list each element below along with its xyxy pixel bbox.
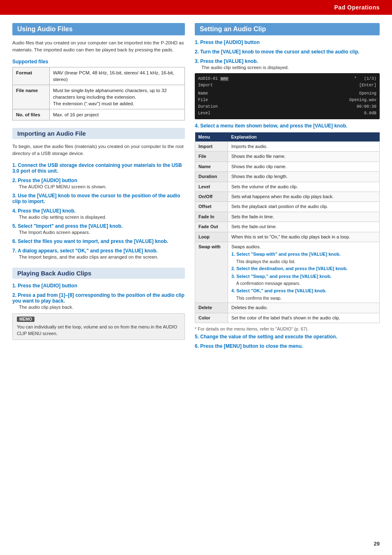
menu-row-import: Import Imports the audio. [195,142,380,152]
import-step-6: 6. Select the files you want to import, … [12,238,185,244]
setting-step-6-text: Press the [MENU] button to close the men… [200,343,303,349]
setting-audio-clip-section: Setting an Audio Clip 1. Press the [AUDI… [195,23,380,349]
menu-item-duration: Duration [195,172,228,182]
menu-row-level: Level Sets the volume of the audio clip. [195,182,380,192]
import-step-5-num: 5. [12,223,18,229]
importing-audio-file-section: Importing an Audio File To begin, save t… [12,128,185,259]
swap-step-4-sub: This confirms the swap. [236,295,376,301]
filename-value: Must be single-byte alphanumeric charact… [50,85,185,109]
import-step-5-sub: The Import Audio screen appears. [19,230,185,235]
menu-row-file: File Shows the audio file name. [195,152,380,162]
menu-item-level: Level [195,182,228,192]
playback-step-1: 1. Press the [AUDIO] button [12,283,185,289]
setting-step-6-num: 6. [195,343,200,349]
menu-explanation-name: Shows the audio clip name. [228,162,380,171]
setting-step-4-num: 4. [195,123,200,129]
memo-box: MEMO You can individually set the loop, … [12,313,185,340]
menu-item-delete: Delete [195,303,228,313]
import-step-2-text: Press the [AUDIO] button [18,178,77,183]
menu-item-offset: Offset [195,202,228,212]
import-step-4: 4. Press the [VALUE] knob. The audio cli… [12,208,185,220]
setting-step-3-num: 3. [195,58,200,64]
menu-explanation-import: Imports the audio. [228,142,380,152]
screen-import: Import [198,82,213,89]
import-step-7-num: 7. [12,248,18,254]
screen-level-value: 0.0dB [364,110,376,117]
format-value: WAV (linear PCM, 48 kHz, 16-bit, stereo/… [50,67,185,85]
menu-explanation-delete: Deletes the audio. [228,303,380,313]
menu-item-onoff: On/Off [195,192,228,201]
import-step-1: 1. Connect the USB storage device contai… [12,162,185,174]
import-step-4-num: 4. [12,208,18,214]
setting-step-5-num: 5. [195,334,200,340]
setting-step-1: 1. Press the [AUDIO] button [195,39,380,45]
screen-duration-label: Duration [198,104,218,110]
page-number: 29 [374,541,380,547]
import-step-3: 3. Use the [VALUE] knob to move the curs… [12,193,185,204]
screen-enter: [Enter] [359,82,376,89]
menu-explanation-level: Sets the volume of the audio clip. [228,182,380,192]
import-step-5-text: Select "Import" and press the [VALUE] kn… [18,223,122,229]
import-step-3-text: Use the [VALUE] knob to move the cursor … [12,193,180,204]
screen-name-label: Name [198,90,208,97]
screen-title: AUDIO-01 WAV [198,76,228,82]
memo-text: You can individually set the loop, volum… [17,324,180,337]
playback-step-1-num: 1. [12,283,18,289]
menu-explanation-onoff: Sets what happens when the audio clip pl… [228,192,380,201]
import-step-3-num: 3. [12,193,18,199]
menu-item-fadeout: Fade Out [195,222,228,232]
nofiles-value: Max. of 16 per project [50,109,185,120]
menu-item-import: Import [195,142,228,152]
menu-item-color: Color [195,313,228,323]
setting-step-4: 4. Select a menu item shown below, and p… [195,123,380,129]
setting-step-2-num: 2. [195,49,200,55]
menu-item-file: File [195,152,228,162]
content: Using Audio Files Audio files that you c… [12,23,380,353]
playback-step-2: 2. Press a pad from [1]–[8] correspondin… [12,292,185,310]
menu-explanation-fadein: Sets the fade-in time. [228,212,380,222]
import-step-1-text: Connect the USB storage device containin… [12,162,182,174]
import-step-7-sub: The import begins, and the audio clips a… [19,254,185,259]
using-audio-files-section: Using Audio Files Audio files that you c… [12,23,185,120]
setting-step-4-text: Select a menu item shown below, and pres… [200,123,347,129]
screen-level-label: Level [198,110,210,117]
playing-back-section: Playing Back Audio Clips 1. Press the [A… [12,268,185,340]
import-step-1-num: 1. [12,162,18,168]
table-row: File name Must be single-byte alphanumer… [13,85,185,109]
setting-audio-clip-header: Setting an Audio Clip [195,23,380,35]
menu-row-name: Name Shows the audio clip name. [195,162,380,171]
setting-step-2: 2. Turn the [VALUE] knob to move the cur… [195,49,380,55]
menu-row-color: Color Set the color of the label that's … [195,313,380,323]
swap-step-1: 1. Select "Swap with" and press the [VAL… [231,251,376,258]
menu-item-name: Name [195,162,228,171]
import-step-7-text: A dialog appears, select "OK," and press… [18,248,158,254]
screen-display: AUDIO-01 WAV * (1/3) Import [Enter] Name… [195,73,380,119]
menu-item-loop: Loop [195,232,228,242]
explanation-col-header: Explanation [228,132,380,142]
table-row: No. of files Max. of 16 per project [13,109,185,120]
setting-step-5-text: Change the value of the setting and exec… [200,334,337,340]
page: Pad Operations Using Audio Files Audio f… [0,0,392,555]
using-audio-files-intro: Audio files that you created on your com… [12,39,185,54]
playback-step-2-sub: The audio clip plays back. [19,305,185,310]
screen-file-label: File [198,97,208,104]
import-step-2-num: 2. [12,178,18,183]
swap-step-2: 2. Select the destination, and press the… [231,265,376,272]
screen-duration-value: 00:00:30 [357,104,376,110]
screen-page: * (1/3) [354,76,376,82]
top-bar: Pad Operations [0,0,392,15]
menu-explanation-duration: Shows the audio clip length. [228,172,380,182]
import-step-6-num: 6. [12,238,18,244]
table-row: Format WAV (linear PCM, 48 kHz, 16-bit, … [13,67,185,85]
swap-step-4: 4. Select "OK," and press the [VALUE] kn… [231,287,376,294]
menu-explanation-swapwith: Swaps audios. 1. Select "Swap with" and … [228,242,380,303]
screen-name-value: Opening [359,90,376,97]
menu-row-delete: Delete Deletes the audio. [195,303,380,313]
import-step-5: 5. Select "Import" and press the [VALUE]… [12,223,185,235]
memo-label: MEMO [17,317,35,322]
format-label: Format [13,67,50,85]
importing-audio-file-header: Importing an Audio File [12,128,185,139]
setting-step-3-sub: The audio clip setting screen is display… [201,65,380,70]
nofiles-label: No. of files [13,109,50,120]
importing-audio-file-intro: To begin, save the audio files (material… [12,143,185,157]
